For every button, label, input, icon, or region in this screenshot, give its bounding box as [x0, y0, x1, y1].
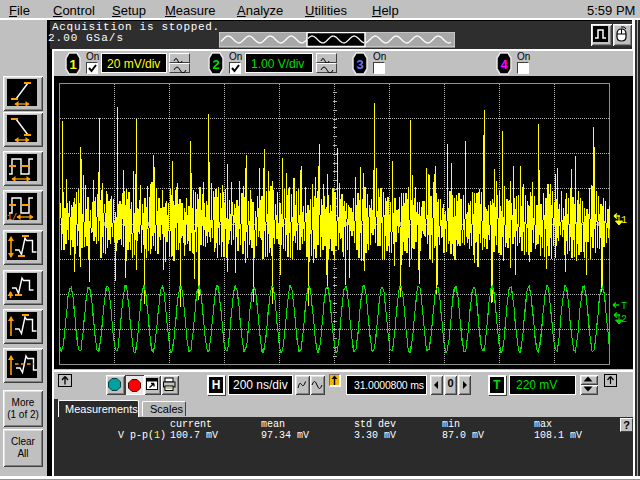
- svg-text:4: 4: [500, 57, 508, 72]
- svg-text:3: 3: [356, 57, 363, 72]
- svg-text:2: 2: [621, 314, 627, 325]
- svg-text:1: 1: [621, 215, 627, 226]
- svg-text:T: T: [621, 301, 627, 312]
- svg-text:2: 2: [212, 57, 219, 72]
- svg-text:1/: 1/: [7, 213, 17, 220]
- svg-text:1: 1: [69, 57, 76, 72]
